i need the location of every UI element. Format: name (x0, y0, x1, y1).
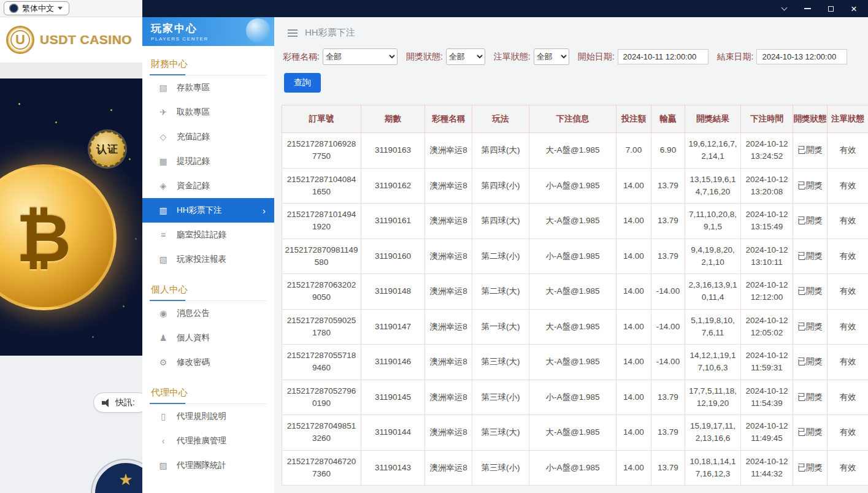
cell-bet-info: 小-A盤@1.985 (529, 380, 616, 415)
cell-play-type: 第三球(小) (472, 450, 529, 486)
sidebar-item-player-bet-report[interactable]: ▧玩家投注報表 (142, 247, 274, 272)
sidebar-item-withdraw-zone[interactable]: ✈取款專區 (142, 100, 274, 124)
cell-order-status: 有效 (828, 239, 868, 274)
cell-draw-result: 19,6,12,16,7,2,14,1 (685, 133, 741, 169)
sidebar-item-agent-team-stats[interactable]: ▨代理團隊統計 (142, 453, 274, 478)
table-row: 215217287052796019031190145澳洲幸运8第三球(小)小-… (282, 380, 868, 415)
news-ticker[interactable]: 快訊: (93, 392, 142, 413)
cell-draw-status: 已開獎 (793, 415, 828, 451)
sidebar-item-profile[interactable]: ♟個人資料 (142, 326, 274, 350)
sidebar-item-deposit-zone[interactable]: ▤存款專區 (142, 75, 274, 100)
cell-order-status: 有效 (828, 345, 868, 380)
cell-draw-status: 已開獎 (793, 345, 828, 380)
close-button[interactable]: × (850, 4, 858, 13)
sidebar-item-label: 充值記錄 (177, 131, 210, 142)
cell-draw-status: 已開獎 (793, 204, 828, 239)
maximize-button[interactable] (826, 4, 835, 13)
brand-name: USDT CASINO (40, 32, 132, 47)
sidebar-subtitle: PLAYERS CENTER (151, 36, 274, 42)
sidebar-item-room-bet-record[interactable]: ≡廳室投註記錄 (142, 223, 274, 247)
filter-label: 結束日期: (717, 52, 754, 63)
column-header: 訂單號 (282, 105, 361, 133)
menu-toggle-icon[interactable] (288, 29, 298, 37)
player-bet-report-icon: ▧ (157, 254, 169, 264)
sidebar-item-announcements[interactable]: ◉消息公告 (142, 301, 274, 326)
sidebar-item-label: 取款專區 (177, 107, 210, 118)
cell-draw-status: 已開獎 (793, 309, 828, 345)
cell-bet-info: 大-A盤@1.985 (529, 415, 616, 451)
sidebar-item-hh-lottery-bets[interactable]: ▥HH彩票下注› (142, 198, 274, 223)
cell-bet-info: 小-A盤@1.985 (529, 239, 616, 274)
cell-lottery-name: 澳洲幸运8 (425, 133, 472, 169)
column-header: 輸贏 (651, 105, 685, 133)
hh-lottery-bets-icon: ▥ (157, 205, 169, 215)
cell-period: 31190143 (361, 450, 425, 486)
sidebar-item-agent-promotion[interactable]: ‹代理推廣管理 (142, 429, 274, 453)
cell-draw-status: 已開獎 (793, 133, 828, 169)
lottery-name-select[interactable]: 全部 (323, 48, 398, 65)
left-bottom-area: 快訊: ★ (0, 356, 142, 493)
cell-draw-result: 14,12,1,19,17,10,6,3 (685, 345, 741, 380)
table-row: 215217287049851326031190144澳洲幸运8第三球(大)大-… (282, 415, 868, 451)
cell-bet-amount: 14.00 (616, 380, 651, 415)
column-header: 開獎結果 (685, 105, 741, 133)
sidebar-item-cashout-record[interactable]: ▦提現記錄 (142, 149, 274, 174)
filter-lottery-name: 彩種名稱: 全部 (283, 48, 398, 65)
page-header: HH彩票下注 (274, 17, 868, 46)
cell-win-loss: -14.00 (651, 274, 685, 310)
table-row: 215217287063202905031190148澳洲幸运8第二球(大)大-… (282, 274, 868, 310)
cell-period: 31190162 (361, 168, 425, 204)
cell-order-status: 有效 (828, 309, 868, 345)
sidebar-item-change-password[interactable]: ⚙修改密碼 (142, 350, 274, 375)
cell-order-no: 2152172870498513260 (282, 415, 361, 451)
filter-bar: 彩種名稱: 全部 開獎狀態: 全部 注單狀態: (283, 48, 857, 93)
change-password-icon: ⚙ (157, 357, 169, 367)
sidebar-item-agent-rules[interactable]: ▯代理規則說明 (142, 404, 274, 429)
cell-bet-amount: 14.00 (616, 239, 651, 274)
cell-period: 31190163 (361, 133, 425, 169)
cell-draw-status: 已開獎 (793, 380, 828, 415)
draw-status-select[interactable]: 全部 (446, 48, 485, 65)
bottom-emblem: ★ (92, 460, 142, 493)
filter-end-date: 結束日期: (717, 49, 848, 64)
sidebar-item-funds-record[interactable]: ◈資金記錄 (142, 174, 274, 198)
brand-logo[interactable]: U USDT CASINO (0, 17, 142, 63)
end-date-input[interactable] (756, 49, 847, 64)
main-content: HH彩票下注 彩種名稱: 全部 開獎狀態: 全部 (274, 17, 868, 493)
agent-promotion-icon: ‹ (157, 436, 169, 446)
column-header: 投注額 (616, 105, 651, 133)
minimize-button[interactable] (803, 4, 812, 13)
sidebar-item-label: 代理團隊統計 (177, 460, 226, 471)
filter-start-date: 開始日期: (578, 49, 709, 64)
table-body: 215217287106928775031190163澳洲幸运8第四球(大)大-… (282, 133, 868, 486)
cell-order-status: 有效 (828, 450, 868, 486)
filter-label: 注單狀態: (494, 52, 531, 63)
cell-bet-time: 2024-10-12 12:12:00 (741, 274, 793, 310)
start-date-input[interactable] (618, 49, 709, 64)
cell-win-loss: 13.79 (651, 204, 685, 239)
search-button[interactable]: 查詢 (284, 73, 321, 93)
cell-bet-amount: 14.00 (616, 274, 651, 310)
funds-record-icon: ◈ (157, 181, 169, 191)
column-header: 期數 (361, 105, 425, 133)
cell-bet-time: 2024-10-12 13:10:11 (741, 239, 793, 274)
sidebar-item-recharge-record[interactable]: ◇充值記錄 (142, 124, 274, 149)
cell-order-status: 有效 (828, 133, 868, 169)
cell-draw-status: 已開獎 (793, 168, 828, 204)
cell-lottery-name: 澳洲幸运8 (425, 204, 472, 239)
cell-bet-info: 小-A盤@1.985 (529, 168, 616, 204)
filter-label: 開獎狀態: (406, 52, 443, 63)
cell-draw-result: 2,3,16,13,9,10,11,4 (685, 274, 741, 310)
main-column: × 玩家中心 PLAYERS CENTER 財務中心▤存款專區✈取款專區◇充值記… (142, 0, 868, 493)
cell-bet-time: 2024-10-12 11:54:39 (741, 380, 793, 415)
sidebar-nav: 財務中心▤存款專區✈取款專區◇充值記錄▦提現記錄◈資金記錄▥HH彩票下注›≡廳室… (142, 55, 274, 478)
chevron-down-icon[interactable] (780, 4, 788, 13)
language-selector[interactable]: 繁体中文 (4, 1, 69, 15)
globe-icon (9, 4, 18, 13)
cell-draw-result: 17,7,5,11,18,12,19,20 (685, 380, 741, 415)
divider-strip (0, 63, 142, 78)
table-row: 215217287104084165031190162澳洲幸运8第四球(小)小-… (282, 168, 868, 204)
order-status-select[interactable]: 全部 (534, 48, 569, 65)
cell-order-no: 2152172870981149580 (282, 239, 361, 274)
news-label: 快訊: (115, 397, 135, 408)
